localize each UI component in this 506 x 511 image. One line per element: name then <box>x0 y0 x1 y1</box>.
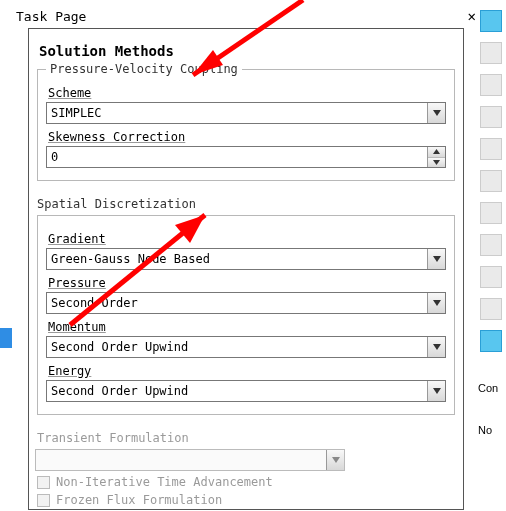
spatial-group: Gradient Green-Gauss Node Based Pressure… <box>37 215 455 415</box>
frozen-flux-checkbox <box>37 494 50 507</box>
transient-label: Transient Formulation <box>37 431 455 445</box>
momentum-select[interactable]: Second Order Upwind <box>46 336 446 358</box>
chevron-down-icon[interactable] <box>427 103 445 123</box>
svg-marker-2 <box>433 160 440 165</box>
scheme-label: Scheme <box>48 86 446 100</box>
right-label-no: No <box>476 424 506 436</box>
toolbar-icon[interactable] <box>480 298 502 320</box>
pressure-value: Second Order <box>47 293 427 313</box>
gradient-label: Gradient <box>48 232 446 246</box>
toolbar-icon[interactable] <box>480 170 502 192</box>
energy-label: Energy <box>48 364 446 378</box>
svg-marker-1 <box>433 149 440 154</box>
gradient-value: Green-Gauss Node Based <box>47 249 427 269</box>
toolbar-icon[interactable] <box>480 10 502 32</box>
close-icon[interactable]: ✕ <box>468 8 476 24</box>
toolbar-icon[interactable] <box>480 42 502 64</box>
toolbar-icon[interactable] <box>480 266 502 288</box>
skewness-label: Skewness Correction <box>48 130 446 144</box>
toolbar-icon[interactable] <box>480 74 502 96</box>
scheme-select[interactable]: SIMPLEC <box>46 102 446 124</box>
gradient-select[interactable]: Green-Gauss Node Based <box>46 248 446 270</box>
momentum-label: Momentum <box>48 320 446 334</box>
svg-marker-0 <box>433 110 441 116</box>
right-label-con: Con <box>476 382 506 394</box>
solution-methods-panel: Solution Methods Pressure-Velocity Coupl… <box>28 28 464 510</box>
spin-up-icon[interactable] <box>428 147 445 158</box>
task-page-title: Task Page <box>16 9 86 24</box>
chevron-down-icon <box>326 450 344 470</box>
chevron-down-icon[interactable] <box>427 249 445 269</box>
left-gutter <box>0 0 12 511</box>
skewness-spin[interactable]: 0 <box>46 146 446 168</box>
chevron-down-icon[interactable] <box>427 381 445 401</box>
pvc-group-label: Pressure-Velocity Coupling <box>46 62 242 76</box>
chevron-down-icon[interactable] <box>427 337 445 357</box>
spin-down-icon[interactable] <box>428 158 445 168</box>
toolbar-icon[interactable] <box>480 138 502 160</box>
pvc-group: Pressure-Velocity Coupling Scheme SIMPLE… <box>37 69 455 181</box>
energy-value: Second Order Upwind <box>47 381 427 401</box>
nita-checkbox <box>37 476 50 489</box>
panel-heading: Solution Methods <box>39 43 453 59</box>
skewness-value: 0 <box>47 147 427 167</box>
svg-marker-7 <box>332 457 340 463</box>
scheme-value: SIMPLEC <box>47 103 427 123</box>
svg-marker-3 <box>433 256 441 262</box>
spatial-disc-heading: Spatial Discretization <box>37 197 455 211</box>
frozen-flux-checkbox-label: Frozen Flux Formulation <box>56 493 222 507</box>
selected-tree-node[interactable] <box>0 328 12 348</box>
toolbar-icon[interactable] <box>480 330 502 352</box>
chevron-down-icon[interactable] <box>427 293 445 313</box>
svg-marker-4 <box>433 300 441 306</box>
toolbar-icon[interactable] <box>480 202 502 224</box>
right-toolbar: Con No <box>476 0 506 511</box>
energy-select[interactable]: Second Order Upwind <box>46 380 446 402</box>
transient-value <box>36 450 326 470</box>
toolbar-icon[interactable] <box>480 234 502 256</box>
pressure-label: Pressure <box>48 276 446 290</box>
svg-marker-5 <box>433 344 441 350</box>
momentum-value: Second Order Upwind <box>47 337 427 357</box>
toolbar-icon[interactable] <box>480 106 502 128</box>
pressure-select[interactable]: Second Order <box>46 292 446 314</box>
svg-marker-6 <box>433 388 441 394</box>
transient-select <box>35 449 345 471</box>
nita-checkbox-label: Non-Iterative Time Advancement <box>56 475 273 489</box>
